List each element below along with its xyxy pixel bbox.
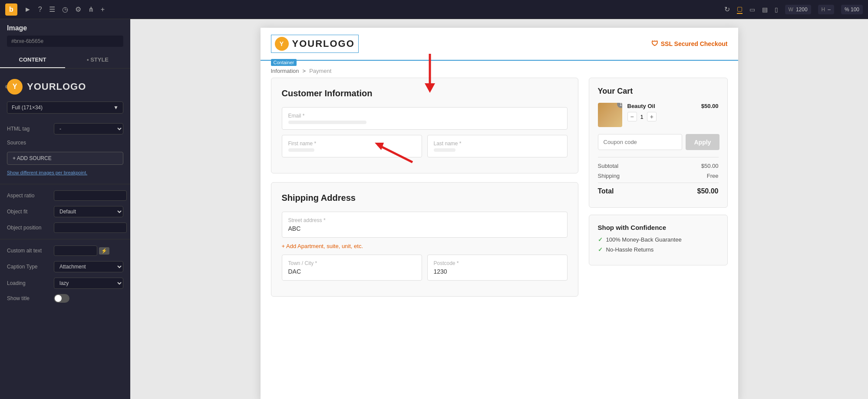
html-tag-label: HTML tag: [7, 126, 50, 132]
caption-type-label: Caption Type: [7, 264, 50, 270]
canvas-area: Y YOURLOGO Container 🛡 SSL Secured Check…: [130, 19, 868, 399]
layers-icon[interactable]: ☰: [49, 5, 55, 13]
coupon-row: Apply: [598, 134, 719, 150]
object-position-label: Object position: [7, 225, 50, 231]
last-name-field[interactable]: Last name *: [427, 135, 568, 157]
desktop-view-btn[interactable]: ▢: [737, 5, 743, 14]
add-apartment-btn[interactable]: + Add Apartment, suite, unit, etc.: [282, 243, 568, 249]
cart-item-qty: − 1 +: [627, 112, 696, 121]
object-position-input[interactable]: [54, 222, 127, 233]
container-badge: Container: [271, 59, 297, 66]
cart-section: Your Cart 1 Beauty Oil − 1: [589, 78, 728, 208]
landscape-view-btn[interactable]: ▤: [762, 6, 768, 13]
settings-icon[interactable]: ⚙: [75, 5, 81, 13]
cart-totals: Subtotal $50.00 Shipping Free Total $50.…: [598, 157, 719, 195]
shipping-row: Shipping Free: [598, 173, 719, 179]
custom-alt-text-label: Custom alt text: [7, 248, 50, 254]
flash-icon[interactable]: ⚡: [99, 247, 109, 255]
tab-style[interactable]: • STYLE: [65, 52, 130, 68]
show-title-row: Show title: [0, 291, 130, 305]
zoom-value: 100: [851, 7, 859, 13]
size-label: Full (171×34): [12, 105, 43, 111]
logo-text-preview: YOURLOGO: [27, 81, 86, 92]
aspect-ratio-input[interactable]: [54, 190, 127, 201]
zoom-display: % 100: [841, 5, 863, 14]
width-label: W: [789, 7, 793, 13]
checkout-form: Customer Information Email * First name …: [271, 78, 578, 305]
confidence-text-2: No-Hassle Returns: [606, 246, 654, 253]
store-logo-text: YOURLOGO: [292, 38, 355, 49]
toolbar-logo[interactable]: b: [5, 3, 17, 16]
logo-letter: Y: [13, 83, 17, 91]
database-icon[interactable]: ⋔: [88, 5, 94, 13]
shipping-value: Free: [707, 173, 719, 179]
qty-minus-btn[interactable]: −: [627, 112, 637, 121]
apply-btn[interactable]: Apply: [686, 134, 720, 150]
email-field[interactable]: Email *: [282, 107, 568, 130]
chevron-down-icon: ▼: [113, 105, 119, 111]
help-icon[interactable]: ?: [38, 6, 42, 13]
postcode-field[interactable]: Postcode * 1230: [427, 255, 568, 281]
total-label: Total: [598, 187, 614, 195]
town-value: DAC: [288, 268, 301, 275]
custom-alt-text-input[interactable]: [54, 245, 97, 256]
qty-plus-btn[interactable]: +: [647, 112, 657, 121]
confidence-item-1: ✓ 100% Money-Back Guarantee: [598, 236, 719, 243]
cursor-icon[interactable]: ►: [24, 6, 31, 13]
show-diff-link[interactable]: Show different images per breakpoint.: [7, 170, 123, 175]
confidence-item-2: ✓ No-Hassle Returns: [598, 246, 719, 253]
shipping-section-title: Shipping Address: [282, 193, 568, 203]
shipping-label: Shipping: [598, 173, 620, 179]
html-tag-row: HTML tag - div span: [0, 121, 130, 137]
cart-item-info: Beauty Oil − 1 +: [627, 103, 696, 121]
sources-label: Sources: [7, 140, 50, 146]
panel-tabs: CONTENT • STYLE: [0, 52, 130, 69]
email-placeholder: Email *: [288, 113, 561, 119]
first-name-placeholder: First name *: [288, 141, 416, 147]
show-title-label: Show title: [7, 295, 50, 301]
tablet-view-btn[interactable]: ▭: [749, 6, 755, 13]
town-placeholder: Town / City *: [288, 260, 416, 266]
percent-label: %: [845, 7, 849, 13]
toolbar-right: ↻ ▢ ▭ ▤ ▯ W 1200 H – % 100: [724, 5, 863, 14]
object-fit-row: Object fit Default Cover Contain Fill: [0, 203, 130, 220]
coupon-input[interactable]: [598, 134, 682, 150]
cart-item: 1 Beauty Oil − 1 + $50.00: [598, 103, 719, 127]
refresh-icon[interactable]: ↻: [724, 5, 730, 13]
panel-title: Image: [0, 19, 130, 36]
caption-type-row: Caption Type Attachment None Custom: [0, 258, 130, 275]
street-field[interactable]: Street address * ABC: [282, 212, 568, 238]
total-row: Total $50.00: [598, 183, 719, 195]
object-fit-label: Object fit: [7, 209, 50, 215]
store-logo-circle: Y: [275, 37, 289, 51]
loading-select[interactable]: lazy eager: [54, 278, 123, 289]
show-title-toggle[interactable]: [54, 294, 69, 303]
breadcrumb-payment: Payment: [309, 68, 331, 74]
main-layout: Image #brxe-6b565e CONTENT • STYLE Y YOU…: [0, 19, 868, 399]
plus-icon[interactable]: +: [101, 6, 105, 13]
aspect-ratio-label: Aspect ratio: [7, 193, 50, 199]
breadcrumb-area: Information > Payment: [261, 61, 738, 78]
cart-sidebar: Your Cart 1 Beauty Oil − 1: [589, 78, 728, 305]
store-logo-letter: Y: [280, 40, 284, 47]
caption-type-select[interactable]: Attachment None Custom: [54, 261, 123, 272]
confidence-title: Shop with Confidence: [598, 224, 719, 231]
name-fields-row: First name * Last name *: [282, 135, 568, 163]
first-name-field[interactable]: First name *: [282, 135, 422, 157]
store-logo-area: Y YOURLOGO Container: [271, 35, 359, 53]
street-value: ABC: [288, 225, 301, 232]
logo-circle: Y: [7, 79, 23, 95]
size-dropdown[interactable]: Full (171×34) ▼: [7, 101, 123, 114]
breadcrumb-info: Information: [271, 68, 299, 74]
town-field[interactable]: Town / City * DAC: [282, 255, 422, 281]
left-panel: Image #brxe-6b565e CONTENT • STYLE Y YOU…: [0, 19, 130, 399]
postcode-value: 1230: [434, 268, 447, 275]
mobile-view-btn[interactable]: ▯: [775, 6, 778, 13]
history-icon[interactable]: ◷: [62, 5, 68, 13]
html-tag-select[interactable]: - div span: [54, 123, 123, 134]
element-id: #brxe-6b565e: [7, 36, 123, 47]
canvas-inner: Y YOURLOGO Container 🛡 SSL Secured Check…: [261, 28, 738, 399]
add-source-btn[interactable]: + ADD SOURCE: [7, 152, 123, 165]
tab-content[interactable]: CONTENT: [0, 52, 65, 68]
object-fit-select[interactable]: Default Cover Contain Fill: [54, 206, 123, 217]
